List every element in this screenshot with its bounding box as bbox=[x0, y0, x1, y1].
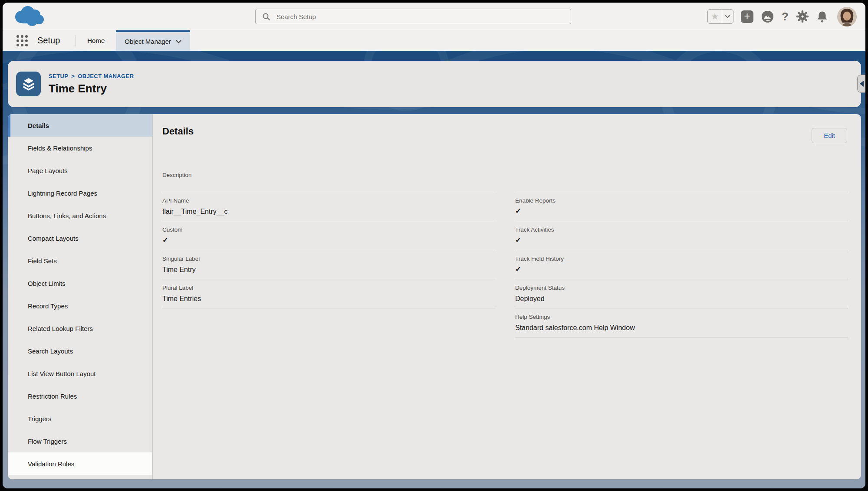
checkmark-icon-track-activities: ✓ bbox=[515, 236, 848, 245]
field-label-custom: Custom bbox=[162, 226, 495, 233]
page-title: Time Entry bbox=[49, 82, 134, 95]
field-label-description: Description bbox=[162, 172, 495, 178]
user-avatar[interactable] bbox=[837, 7, 857, 26]
field-value-plural-label: Time Entries bbox=[162, 295, 495, 304]
tab-home[interactable]: Home bbox=[76, 30, 116, 51]
sidebar-item-record-types[interactable]: Record Types bbox=[8, 295, 152, 317]
salesforce-setup-window: ★ + ? bbox=[3, 3, 865, 488]
tab-object-manager-label: Object Manager bbox=[125, 38, 171, 45]
field-label-help-settings: Help Settings bbox=[515, 314, 848, 320]
sidebar-item-search-layouts[interactable]: Search Layouts bbox=[8, 340, 152, 362]
breadcrumb-setup-link[interactable]: SETUP bbox=[49, 73, 68, 79]
search-input[interactable] bbox=[276, 13, 571, 21]
search-icon bbox=[263, 13, 270, 20]
setup-gear-icon[interactable] bbox=[796, 10, 809, 23]
notifications-bell-icon[interactable] bbox=[816, 10, 828, 23]
field-row-custom: Custom✓ bbox=[162, 221, 495, 250]
global-header: ★ + ? bbox=[3, 3, 865, 30]
field-value-description bbox=[162, 182, 495, 191]
sidebar-item-field-sets[interactable]: Field Sets bbox=[8, 249, 152, 272]
sidebar-item-page-layouts[interactable]: Page Layouts bbox=[8, 159, 152, 182]
sidebar-item-restriction-rules[interactable]: Restriction Rules bbox=[8, 385, 152, 407]
favorites-chevron-down-icon[interactable] bbox=[722, 10, 733, 23]
field-label-plural-label: Plural Label bbox=[162, 285, 495, 291]
trailhead-guidance-icon[interactable] bbox=[761, 10, 774, 23]
sidebar-item-details[interactable]: Details bbox=[8, 114, 152, 137]
field-row-track-activities: Track Activities✓ bbox=[515, 221, 848, 250]
edit-button[interactable]: Edit bbox=[812, 128, 847, 143]
field-value-deployment-status: Deployed bbox=[515, 295, 848, 304]
field-row-help-settings: Help SettingsStandard salesforce.com Hel… bbox=[515, 308, 848, 337]
field-row-spacer bbox=[515, 168, 848, 192]
page-header-card: SETUP > OBJECT MANAGER Time Entry bbox=[8, 61, 861, 107]
help-icon[interactable]: ? bbox=[782, 10, 789, 23]
field-row-plural-label: Plural LabelTime Entries bbox=[162, 279, 495, 308]
sidebar-item-related-lookup-filters[interactable]: Related Lookup Filters bbox=[8, 317, 152, 340]
tab-object-manager[interactable]: Object Manager bbox=[116, 30, 190, 51]
breadcrumb-separator: > bbox=[71, 73, 75, 79]
chevron-left-icon bbox=[860, 81, 864, 87]
layers-icon bbox=[21, 76, 36, 92]
help-panel-pull-tab[interactable] bbox=[857, 75, 865, 93]
sidebar-item-triggers[interactable]: Triggers bbox=[8, 407, 152, 430]
checkmark-icon-track-field-history: ✓ bbox=[515, 265, 848, 274]
details-right-column: Enable Reports✓Track Activities✓Track Fi… bbox=[515, 168, 848, 337]
app-launcher-waffle-icon[interactable] bbox=[16, 35, 28, 46]
sidebar-item-fields-relationships[interactable]: Fields & Relationships bbox=[8, 137, 152, 159]
details-heading: Details bbox=[162, 125, 194, 137]
sidebar-item-buttons-links-and-actions[interactable]: Buttons, Links, and Actions bbox=[8, 204, 152, 227]
sidebar-item-validation-rules[interactable]: Validation Rules bbox=[8, 452, 152, 475]
field-label-deployment-status: Deployment Status bbox=[515, 285, 848, 291]
object-manager-sidebar: DetailsFields & RelationshipsPage Layout… bbox=[8, 114, 153, 479]
setup-body: SETUP > OBJECT MANAGER Time Entry Detail… bbox=[3, 51, 865, 488]
chevron-down-icon bbox=[176, 40, 181, 43]
sidebar-item-lightning-record-pages[interactable]: Lightning Record Pages bbox=[8, 182, 152, 204]
sidebar-item-flow-triggers[interactable]: Flow Triggers bbox=[8, 430, 152, 452]
field-row-description: Description bbox=[162, 168, 495, 192]
global-actions-plus-icon[interactable]: + bbox=[741, 10, 753, 23]
favorites-split-button[interactable]: ★ bbox=[707, 9, 733, 24]
breadcrumb-object-manager-link[interactable]: OBJECT MANAGER bbox=[78, 73, 134, 79]
field-label-api-name: API Name bbox=[162, 197, 495, 204]
favorites-star-icon[interactable]: ★ bbox=[708, 10, 722, 23]
details-left-column: DescriptionAPI Nameflair__Time_Entry__cC… bbox=[162, 168, 495, 337]
field-row-enable-reports: Enable Reports✓ bbox=[515, 192, 848, 221]
field-value-api-name: flair__Time_Entry__c bbox=[162, 208, 495, 216]
object-icon bbox=[16, 72, 41, 96]
details-main-panel: Details Edit DescriptionAPI Nameflair__T… bbox=[153, 114, 861, 479]
content-panel: DetailsFields & RelationshipsPage Layout… bbox=[8, 114, 861, 479]
sidebar-item-object-limits[interactable]: Object Limits bbox=[8, 272, 152, 295]
field-row-deployment-status: Deployment StatusDeployed bbox=[515, 279, 848, 308]
field-value-singular-label: Time Entry bbox=[162, 266, 495, 275]
field-row-api-name: API Nameflair__Time_Entry__c bbox=[162, 192, 495, 221]
setup-search-bar[interactable] bbox=[255, 9, 571, 24]
sidebar-item-list-view-button-layout[interactable]: List View Button Layout bbox=[8, 362, 152, 385]
field-label-enable-reports: Enable Reports bbox=[515, 197, 848, 204]
field-row-singular-label: Singular LabelTime Entry bbox=[162, 250, 495, 279]
sidebar-item-compact-layouts[interactable]: Compact Layouts bbox=[8, 227, 152, 249]
app-name-label: Setup bbox=[37, 36, 60, 46]
field-row-track-field-history: Track Field History✓ bbox=[515, 250, 848, 279]
field-label-track-field-history: Track Field History bbox=[515, 255, 848, 262]
salesforce-logo-icon[interactable] bbox=[12, 5, 46, 28]
field-label-track-activities: Track Activities bbox=[515, 226, 848, 233]
checkmark-icon-enable-reports: ✓ bbox=[515, 206, 848, 216]
checkmark-icon-custom: ✓ bbox=[162, 236, 495, 245]
details-field-grid: DescriptionAPI Nameflair__Time_Entry__cC… bbox=[162, 168, 848, 337]
field-value-help-settings: Standard salesforce.com Help Window bbox=[515, 324, 848, 333]
breadcrumb: SETUP > OBJECT MANAGER bbox=[49, 73, 134, 79]
setup-nav-bar: Setup Home Object Manager bbox=[3, 30, 865, 51]
field-label-singular-label: Singular Label bbox=[162, 255, 495, 262]
